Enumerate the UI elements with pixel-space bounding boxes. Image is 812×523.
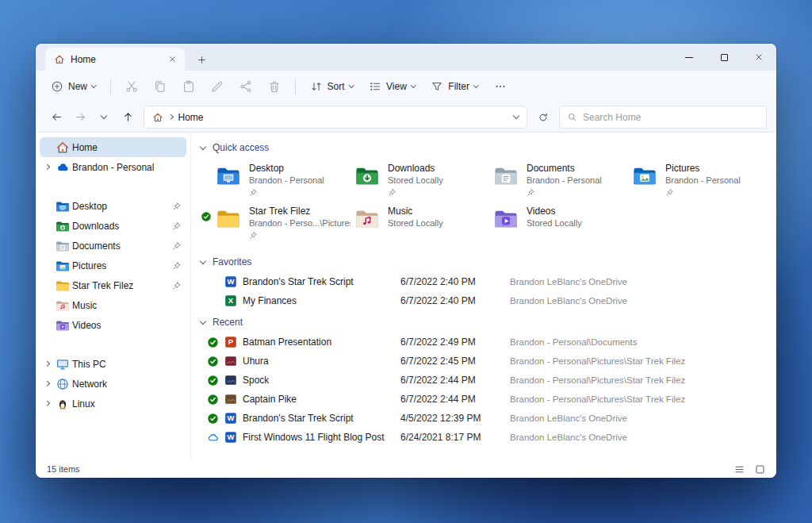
sidebar-item-downloads[interactable]: Downloads xyxy=(40,216,186,236)
cloud-status-icon xyxy=(207,432,219,444)
maximize-button[interactable] xyxy=(707,44,741,71)
sidebar-item-music[interactable]: Music xyxy=(40,295,186,315)
search-input[interactable] xyxy=(583,112,759,123)
sidebar-item-home[interactable]: Home xyxy=(40,137,186,157)
tile-name: Star Trek Filez xyxy=(249,205,350,217)
svg-text:W: W xyxy=(228,413,235,422)
rename-icon xyxy=(210,79,224,94)
section-recent-header[interactable]: Recent xyxy=(201,313,762,331)
more-options-button[interactable] xyxy=(487,74,514,99)
expand-chevron-icon[interactable] xyxy=(41,378,53,390)
tile-text: Desktop Brandon - Personal xyxy=(249,162,324,199)
maximize-icon xyxy=(721,54,728,61)
chevron-down-icon xyxy=(200,317,206,324)
sidebar-item-desktop[interactable]: Desktop xyxy=(40,196,186,216)
quick-access-tile-downloads[interactable]: Downloads Stored Locally xyxy=(352,161,491,198)
tab-home[interactable]: Home xyxy=(45,48,185,71)
view-toggles xyxy=(732,463,767,475)
sidebar-item-pictures[interactable]: Pictures xyxy=(40,256,186,275)
tile-text: Pictures Brandon - Personal xyxy=(665,162,741,199)
file-row-spock[interactable]: Spock 6/7/2022 2:44 PM Brandon - Persona… xyxy=(199,371,762,390)
breadcrumb-item-home[interactable]: Home xyxy=(178,112,204,123)
folder-videos-icon xyxy=(492,206,519,231)
sort-button[interactable]: Sort xyxy=(303,74,361,99)
word-icon: W xyxy=(224,275,237,288)
recent-locations-button[interactable] xyxy=(93,106,115,129)
folder-pictures-icon xyxy=(56,260,70,272)
details-view-button[interactable] xyxy=(732,463,746,475)
refresh-icon xyxy=(538,112,549,123)
file-row-brandon-s-star-trek-script[interactable]: W Brandon's Star Trek Script 4/5/2022 12… xyxy=(199,409,762,428)
chevron-down-icon xyxy=(200,257,206,263)
sidebar-item-this-pc[interactable]: This PC xyxy=(40,354,186,374)
chevron-down-icon xyxy=(200,143,206,149)
quick-access-tile-videos[interactable]: Videos Stored Locally xyxy=(491,204,630,240)
expand-chevron-icon[interactable] xyxy=(41,358,53,370)
expand-chevron-icon[interactable] xyxy=(41,161,53,173)
tab-close-button[interactable] xyxy=(166,53,178,66)
paste-button[interactable] xyxy=(175,74,202,99)
chevron-down-icon xyxy=(349,83,354,87)
share-button[interactable] xyxy=(232,74,259,99)
filter-button[interactable]: Filter xyxy=(423,74,485,99)
sidebar-item-videos[interactable]: Videos xyxy=(40,315,186,335)
forward-button[interactable] xyxy=(69,106,91,129)
up-button[interactable] xyxy=(117,106,139,129)
tile-subtitle: Brandon - Personal xyxy=(665,175,741,186)
tile-text: Videos Stored Locally xyxy=(527,205,582,229)
sidebar-item-label: Desktop xyxy=(72,201,170,212)
file-location: Brandon LeBlanc's OneDrive xyxy=(510,296,762,306)
chevron-spacer xyxy=(41,240,53,252)
sidebar-item-documents[interactable]: Documents xyxy=(40,236,186,256)
cut-button[interactable] xyxy=(118,74,145,99)
file-row-uhura[interactable]: Uhura 6/7/2022 2:45 PM Brandon - Persona… xyxy=(199,352,762,371)
file-row-batman-presentation[interactable]: P Batman Presentation 6/7/2022 2:49 PM B… xyxy=(199,333,762,352)
sidebar-item-brandon-personal[interactable]: Brandon - Personal xyxy=(40,157,186,177)
quick-access-tile-star-trek-filez[interactable]: Star Trek Filez Brandon - Perso...\Pictu… xyxy=(213,204,352,240)
close-button[interactable] xyxy=(741,44,776,71)
file-row-captain-pike[interactable]: Captain Pike 6/7/2022 2:44 PM Brandon - … xyxy=(199,390,762,409)
status-placeholder xyxy=(207,276,219,288)
large-thumbnails-view-button[interactable] xyxy=(753,463,767,475)
search-icon xyxy=(567,112,577,122)
quick-access-tile-music[interactable]: Music Stored Locally xyxy=(352,204,491,240)
file-row-my-finances[interactable]: X My Finances 6/7/2022 2:40 PM Brandon L… xyxy=(199,291,762,310)
thumbnail-view-icon xyxy=(755,464,765,475)
breadcrumb-bar[interactable]: Home xyxy=(144,106,527,129)
tile-text: Downloads Stored Locally xyxy=(388,162,443,199)
close-icon xyxy=(169,56,176,63)
synced-status-icon xyxy=(207,356,219,367)
home-icon xyxy=(54,54,65,65)
file-row-brandon-s-star-trek-script[interactable]: W Brandon's Star Trek Script 6/7/2022 2:… xyxy=(199,272,762,291)
file-row-first-windows-11-flight-blog-post[interactable]: W First Windows 11 Flight Blog Post 6/24… xyxy=(199,428,762,447)
minimize-button[interactable] xyxy=(672,44,707,71)
view-button[interactable]: View xyxy=(362,74,422,99)
quick-access-tile-documents[interactable]: Documents Brandon - Personal xyxy=(491,161,630,198)
expand-chevron-icon[interactable] xyxy=(41,398,53,410)
delete-button[interactable] xyxy=(261,74,288,99)
new-tab-button[interactable] xyxy=(191,50,212,69)
file-name-cell: Captain Pike xyxy=(207,393,400,406)
plus-circle-icon xyxy=(51,80,63,93)
new-button[interactable]: New xyxy=(44,74,103,99)
file-name-cell: Spock xyxy=(207,374,400,386)
file-date-modified: 4/5/2022 12:39 PM xyxy=(400,413,510,424)
section-quick-access-header[interactable]: Quick access xyxy=(201,139,762,156)
quick-access-tile-pictures[interactable]: Pictures Brandon - Personal xyxy=(630,161,768,198)
view-button-label: View xyxy=(386,81,407,92)
sidebar-item-network[interactable]: Network xyxy=(40,374,186,394)
sidebar-item-linux[interactable]: Linux xyxy=(40,394,186,413)
section-favorites-header[interactable]: Favorites xyxy=(201,253,762,271)
search-box[interactable] xyxy=(559,106,767,129)
address-dropdown-icon[interactable] xyxy=(513,113,519,119)
file-location: Brandon - Personal\Documents xyxy=(510,337,762,347)
quick-access-tile-desktop[interactable]: Desktop Brandon - Personal xyxy=(213,161,352,198)
rename-button[interactable] xyxy=(204,74,231,99)
refresh-button[interactable] xyxy=(532,106,554,129)
file-date-modified: 6/7/2022 2:44 PM xyxy=(400,375,510,386)
back-button[interactable] xyxy=(45,106,67,129)
file-location: Brandon - Personal\Pictures\Star Trek Fi… xyxy=(510,375,762,385)
sidebar-item-star-trek-filez[interactable]: Star Trek Filez xyxy=(40,275,186,295)
file-name: First Windows 11 Flight Blog Post xyxy=(243,432,385,443)
copy-button[interactable] xyxy=(147,74,174,99)
